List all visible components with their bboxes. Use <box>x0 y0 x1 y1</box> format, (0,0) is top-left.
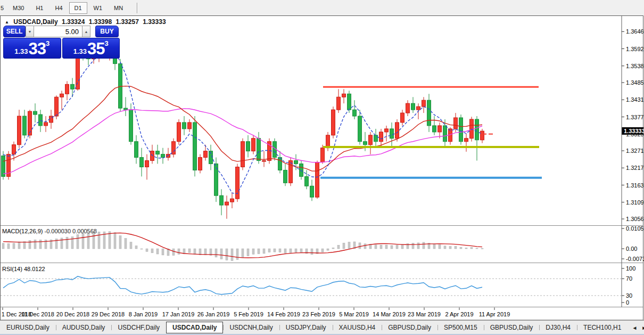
candle-body <box>422 100 426 107</box>
candle-body <box>124 108 128 110</box>
macd-histogram-bar <box>135 246 137 249</box>
price-axis-label: 1.31090 <box>626 199 644 206</box>
macd-histogram-bar <box>348 242 350 249</box>
candle-body <box>358 116 362 142</box>
macd-histogram-bar <box>439 245 441 249</box>
candle-body <box>481 131 484 140</box>
macd-histogram-bar <box>247 249 249 256</box>
candle-body <box>337 97 341 110</box>
candle-body <box>188 122 192 129</box>
macd-histogram-bar <box>188 249 191 252</box>
timeframe-button-h4[interactable]: H4 <box>49 2 68 14</box>
macd-histogram-bar <box>2 243 4 249</box>
candle-body <box>60 94 64 97</box>
chart-tab-usdcnh-daily[interactable]: USDCNH,Daily <box>223 322 279 333</box>
chart-tab-bar: EURUSD,DailyAUDUSD,DailyUSDCHF,DailyUSDC… <box>0 320 644 334</box>
timeframe-button-w1[interactable]: W1 <box>88 2 108 14</box>
tab-scroll-right-icon[interactable]: ► <box>641 325 644 331</box>
buy-button[interactable]: BUY <box>95 26 119 37</box>
chart-tab-tech100-h1[interactable]: TECH100,H1 <box>577 322 628 333</box>
tab-scroll-left-icon[interactable]: ◄ <box>632 325 637 331</box>
macd-histogram-bar <box>66 237 68 249</box>
candle-body <box>12 145 16 154</box>
chart-tab-eurusd-daily[interactable]: EURUSD,Daily <box>0 322 56 333</box>
one-click-trade-panel: SELL ▼ 5.00 ▲ BUY 1.33 33 3 1.33 35 3 <box>3 26 120 59</box>
chart-tab-audusd-daily[interactable]: AUDUSD,Daily <box>56 322 112 333</box>
candle-body <box>374 135 378 142</box>
macd-histogram-bar <box>433 244 435 249</box>
ohlc-open: 1.33324 <box>62 18 85 26</box>
timeframe-button-d1[interactable]: D1 <box>69 2 87 14</box>
date-axis-label: 17 Jan 2019 <box>162 311 195 317</box>
volume-decrease-button[interactable]: ▼ <box>26 26 34 37</box>
macd-histogram-bar <box>178 249 180 254</box>
collapse-icon[interactable]: ▲ <box>5 20 9 24</box>
candle-body <box>193 122 197 170</box>
candle-body <box>44 122 48 126</box>
macd-histogram-bar <box>481 248 483 249</box>
candle-body <box>140 158 144 167</box>
bid-price-small: 1.33 <box>14 47 28 55</box>
date-axis-label: 11 Dec 2018 <box>21 311 54 317</box>
candle-body <box>23 116 27 135</box>
macd-histogram-bar <box>470 248 473 249</box>
macd-histogram-bar <box>226 249 228 260</box>
price-axis-label: 1.35380 <box>626 63 644 69</box>
candle-body <box>284 170 287 183</box>
chart-tab-usdcad-daily[interactable]: USDCAD,Daily <box>166 322 223 333</box>
candle-body <box>364 142 367 145</box>
macd-histogram-bar <box>215 249 217 257</box>
macd-histogram-bar <box>194 249 196 254</box>
date-axis-label: 20 Dec 2018 <box>56 311 89 317</box>
candle-body <box>454 118 458 129</box>
macd-histogram-bar <box>87 233 89 249</box>
candle-body <box>220 195 224 205</box>
macd-histogram-bar <box>258 249 260 254</box>
candle-body <box>199 158 202 170</box>
macd-histogram-bar <box>295 249 297 252</box>
buy-price-button[interactable]: 1.33 35 3 <box>62 38 120 59</box>
chart-tab-dj30-h4[interactable]: DJ30,H4 <box>539 322 577 333</box>
chart-tab-sp500-m15[interactable]: SP500,M15 <box>437 322 484 333</box>
candle-body <box>156 151 160 154</box>
volume-increase-button[interactable]: ▲ <box>82 26 90 37</box>
timeframe-button-5[interactable]: 5 <box>0 2 6 14</box>
macd-histogram-bar <box>321 249 324 252</box>
macd-histogram-bar <box>114 233 116 249</box>
macd-histogram-bar <box>93 232 95 249</box>
date-axis-label: 11 Apr 2019 <box>479 311 510 317</box>
candle-body <box>257 138 261 161</box>
timeframe-button-mn[interactable]: MN <box>109 2 128 14</box>
candle-body <box>379 132 383 142</box>
macd-histogram-bar <box>311 249 313 255</box>
macd-histogram-bar <box>274 249 276 252</box>
timeframe-button-h1[interactable]: H1 <box>30 2 48 14</box>
macd-histogram-bar <box>401 244 403 249</box>
current-price-label: 1.33333 <box>624 128 644 134</box>
macd-histogram-bar <box>252 249 254 254</box>
macd-histogram-bar <box>268 249 270 252</box>
candle-body <box>18 116 21 145</box>
chart-tab-usdchf-daily[interactable]: USDCHF,Daily <box>111 322 166 333</box>
chart-tab-xauusd-h4[interactable]: XAUUSD,H4 <box>333 322 382 333</box>
rsi-axis-label: 30 <box>626 292 632 299</box>
timeframe-button-m30[interactable]: M30 <box>7 2 29 14</box>
macd-label: MACD(12,26,9) -0.000030 0.000568 <box>2 228 97 234</box>
chart-frame <box>1 16 643 321</box>
sell-button[interactable]: SELL <box>3 26 26 37</box>
sell-price-button[interactable]: 1.33 33 3 <box>3 38 61 59</box>
macd-histogram-bar <box>141 249 143 249</box>
chart-tab-gbpusd-daily[interactable]: GBPUSD,Daily <box>382 322 437 333</box>
macd-histogram-bar <box>327 249 329 250</box>
candle-body <box>55 97 59 116</box>
macd-histogram-bar <box>284 249 286 253</box>
chart-tab-gbpusd-daily[interactable]: GBPUSD,Daily <box>484 322 540 333</box>
volume-input[interactable]: 5.00 <box>34 26 82 37</box>
ask-price-big: 35 <box>87 41 104 57</box>
candle-body <box>294 161 298 164</box>
candle-body <box>28 111 32 135</box>
chart-tab-usdjpy-daily[interactable]: USDJPY,Daily <box>279 322 333 333</box>
macd-histogram-bar <box>172 249 175 256</box>
candle-body <box>305 176 309 186</box>
candle-body <box>342 94 346 97</box>
